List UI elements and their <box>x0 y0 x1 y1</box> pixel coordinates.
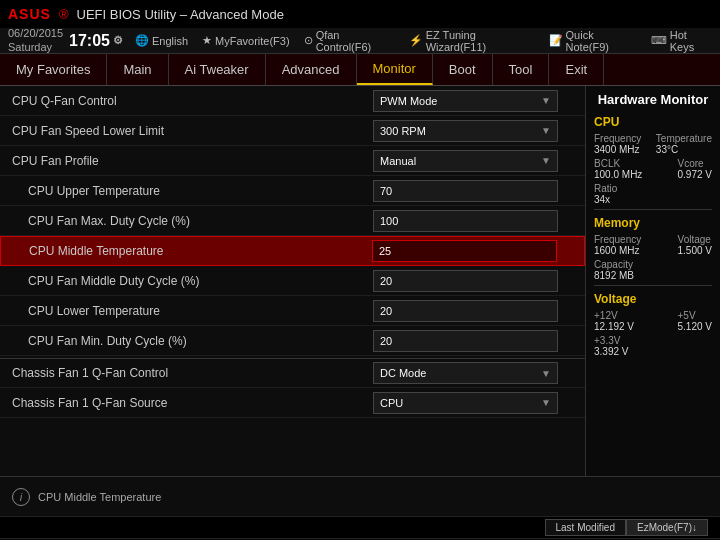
field-cpu-middle-temp[interactable]: 25 <box>372 240 557 262</box>
status-right: Last Modified EzMode(F7)↓ <box>545 519 709 536</box>
hw-cpu-ratio-value: 34x <box>594 194 617 205</box>
main-nav: My Favorites Main Ai Tweaker Advanced Mo… <box>0 54 720 86</box>
row-cpu-lower-temp[interactable]: CPU Lower Temperature 20 <box>0 296 585 326</box>
fan-icon: ⊙ <box>304 34 313 47</box>
label-chassis-source: Chassis Fan 1 Q-Fan Source <box>12 396 373 410</box>
row-cpu-fan-middle-duty[interactable]: CPU Fan Middle Duty Cycle (%) 20 <box>0 266 585 296</box>
settings-gear-icon[interactable]: ⚙ <box>113 34 123 47</box>
field-cpu-lower-temp[interactable]: 20 <box>373 300 558 322</box>
content-area: CPU Q-Fan Control PWM Mode ▼ CPU Fan Spe… <box>0 86 720 476</box>
nav-item-tool[interactable]: Tool <box>493 54 550 85</box>
dropdown-cpu-fan-lower[interactable]: 300 RPM ▼ <box>373 120 558 142</box>
value-cpu-fan-lower: 300 RPM ▼ <box>373 120 573 142</box>
hw-volt-12v-value: 12.192 V <box>594 321 634 332</box>
value-cpu-fan-middle-duty: 20 <box>373 270 573 292</box>
row-cpu-fan-profile[interactable]: CPU Fan Profile Manual ▼ <box>0 146 585 176</box>
dropdown-cpu-fan-profile[interactable]: Manual ▼ <box>373 150 558 172</box>
field-cpu-fan-max-duty[interactable]: 100 <box>373 210 558 232</box>
time-display: 17:05 ⚙ <box>69 32 123 50</box>
hw-cpu-temp-label: Temperature <box>656 133 712 144</box>
hw-section-voltage: Voltage <box>594 292 712 306</box>
row-chassis-source[interactable]: Chassis Fan 1 Q-Fan Source CPU ▼ <box>0 388 585 418</box>
keyboard-icon: ⌨ <box>651 34 667 47</box>
note-icon: 📝 <box>549 34 563 47</box>
nav-item-exit[interactable]: Exit <box>549 54 604 85</box>
value-chassis-qfan: DC Mode ▼ <box>373 362 573 384</box>
nav-item-monitor[interactable]: Monitor <box>357 54 433 85</box>
hw-cpu-row-3: Ratio 34x <box>594 183 712 205</box>
label-cpu-fan-lower: CPU Fan Speed Lower Limit <box>12 124 373 138</box>
hw-divider-1 <box>594 209 712 210</box>
toolbar-hot-keys[interactable]: ⌨ Hot Keys <box>651 29 712 53</box>
hw-volt-5v-value: 5.120 V <box>678 321 712 332</box>
hw-mem-capacity-label: Capacity <box>594 259 634 270</box>
nav-item-advanced[interactable]: Advanced <box>266 54 357 85</box>
field-cpu-fan-min-duty[interactable]: 20 <box>373 330 558 352</box>
hw-cpu-row-2: BCLK 100.0 MHz Vcore 0.972 V <box>594 158 712 180</box>
date-time-area: 06/20/2015 Saturday 17:05 ⚙ <box>8 27 123 53</box>
hw-volt-row-1: +12V 12.192 V +5V 5.120 V <box>594 310 712 332</box>
top-header-bar: ASUS ® UEFI BIOS Utility – Advanced Mode <box>0 0 720 28</box>
hw-mem-row-2: Capacity 8192 MB <box>594 259 712 281</box>
row-cpu-fan-max-duty[interactable]: CPU Fan Max. Duty Cycle (%) 100 <box>0 206 585 236</box>
value-cpu-upper-temp: 70 <box>373 180 573 202</box>
value-cpu-fan-profile: Manual ▼ <box>373 150 573 172</box>
row-cpu-fan-lower[interactable]: CPU Fan Speed Lower Limit 300 RPM ▼ <box>0 116 585 146</box>
chevron-down-icon: ▼ <box>541 125 551 136</box>
row-cpu-middle-temp[interactable]: CPU Middle Temperature 25 <box>0 236 585 266</box>
value-cpu-fan-max-duty: 100 <box>373 210 573 232</box>
value-cpu-qfan: PWM Mode ▼ <box>373 90 573 112</box>
hw-volt-5v-label: +5V <box>678 310 712 321</box>
dropdown-chassis-qfan[interactable]: DC Mode ▼ <box>373 362 558 384</box>
nav-item-main[interactable]: Main <box>107 54 168 85</box>
hw-cpu-row-1: Frequency 3400 MHz Temperature 33°C <box>594 133 712 155</box>
hw-monitor-panel: Hardware Monitor CPU Frequency 3400 MHz … <box>585 86 720 476</box>
chevron-down-icon: ▼ <box>541 155 551 166</box>
nav-item-favorites[interactable]: My Favorites <box>0 54 107 85</box>
toolbar-items: 🌐 English ★ MyFavorite(F3) ⊙ Qfan Contro… <box>135 29 712 53</box>
label-cpu-middle-temp: CPU Middle Temperature <box>13 244 372 258</box>
language-icon: 🌐 <box>135 34 149 47</box>
nav-item-ai-tweaker[interactable]: Ai Tweaker <box>169 54 266 85</box>
label-cpu-fan-min-duty: CPU Fan Min. Duty Cycle (%) <box>12 334 373 348</box>
label-cpu-fan-profile: CPU Fan Profile <box>12 154 373 168</box>
date-display: 06/20/2015 Saturday <box>8 27 63 53</box>
dropdown-cpu-qfan[interactable]: PWM Mode ▼ <box>373 90 558 112</box>
chevron-down-icon: ▼ <box>541 397 551 408</box>
hw-cpu-bclk-label: BCLK <box>594 158 642 169</box>
toolbar-ez-tuning[interactable]: ⚡ EZ Tuning Wizard(F11) <box>409 29 535 53</box>
bios-title: UEFI BIOS Utility – Advanced Mode <box>77 7 284 22</box>
row-cpu-fan-min-duty[interactable]: CPU Fan Min. Duty Cycle (%) 20 <box>0 326 585 356</box>
toolbar-bar: 06/20/2015 Saturday 17:05 ⚙ 🌐 English ★ … <box>0 28 720 54</box>
dropdown-chassis-source[interactable]: CPU ▼ <box>373 392 558 414</box>
field-cpu-upper-temp[interactable]: 70 <box>373 180 558 202</box>
tuning-icon: ⚡ <box>409 34 423 47</box>
info-icon: i <box>12 488 30 506</box>
field-cpu-fan-middle-duty[interactable]: 20 <box>373 270 558 292</box>
asus-logo: ASUS <box>8 6 51 22</box>
row-chassis-qfan[interactable]: Chassis Fan 1 Q-Fan Control DC Mode ▼ <box>0 358 585 388</box>
hw-cpu-freq-value: 3400 MHz <box>594 144 641 155</box>
row-cpu-upper-temp[interactable]: CPU Upper Temperature 70 <box>0 176 585 206</box>
nav-item-boot[interactable]: Boot <box>433 54 493 85</box>
toolbar-myfavorite[interactable]: ★ MyFavorite(F3) <box>202 34 290 47</box>
hw-mem-voltage-label: Voltage <box>678 234 712 245</box>
logo-slash: ® <box>59 7 69 22</box>
last-modified-button[interactable]: Last Modified <box>545 519 626 536</box>
favorite-icon: ★ <box>202 34 212 47</box>
hw-mem-capacity-value: 8192 MB <box>594 270 634 281</box>
row-cpu-qfan[interactable]: CPU Q-Fan Control PWM Mode ▼ <box>0 86 585 116</box>
label-cpu-lower-temp: CPU Lower Temperature <box>12 304 373 318</box>
hw-cpu-freq-label: Frequency <box>594 133 641 144</box>
toolbar-quick-note[interactable]: 📝 Quick Note(F9) <box>549 29 637 53</box>
ez-mode-button[interactable]: EzMode(F7)↓ <box>626 519 708 536</box>
hw-cpu-vcore-value: 0.972 V <box>678 169 712 180</box>
hw-mem-voltage-value: 1.500 V <box>678 245 712 256</box>
hw-section-cpu: CPU <box>594 115 712 129</box>
hw-volt-12v-label: +12V <box>594 310 634 321</box>
toolbar-qfan[interactable]: ⊙ Qfan Control(F6) <box>304 29 395 53</box>
label-cpu-qfan: CPU Q-Fan Control <box>12 94 373 108</box>
toolbar-language[interactable]: 🌐 English <box>135 34 188 47</box>
hw-section-memory: Memory <box>594 216 712 230</box>
label-cpu-fan-max-duty: CPU Fan Max. Duty Cycle (%) <box>12 214 373 228</box>
